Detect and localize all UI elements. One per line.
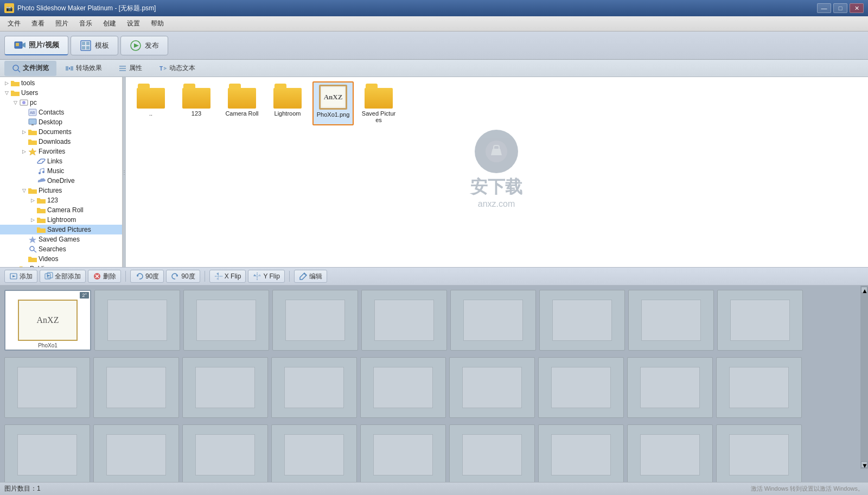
subtab-file-browse[interactable]: 文件浏览	[4, 61, 56, 76]
slide-r2-9[interactable]	[716, 357, 802, 418]
tree-item-favorites[interactable]: ▷ Favorites	[0, 147, 122, 156]
file-item-phoxo1[interactable]: AnXZ PhoXo1.png	[312, 81, 354, 125]
subtab-dynamic-text-label: 动态文本	[169, 64, 195, 73]
menu-photo[interactable]: 照片	[50, 17, 74, 30]
tree-expand-pc[interactable]: ▽	[11, 98, 20, 107]
slide-r3-3[interactable]	[182, 424, 268, 482]
slide-r3-7[interactable]	[538, 424, 624, 482]
tree-item-desktop[interactable]: Desktop	[0, 117, 122, 127]
tree-expand-onedrive	[28, 176, 37, 185]
rotate-ccw-label: 90度	[145, 272, 159, 281]
tree-expand-users[interactable]: ▽	[2, 88, 11, 97]
tree-item-camera-roll[interactable]: Camera Roll	[0, 205, 122, 215]
menu-view[interactable]: 查看	[26, 17, 50, 30]
svg-point-28	[30, 246, 34, 251]
scrollbar-down-arrow[interactable]: ▼	[861, 461, 867, 468]
slide-r3-1[interactable]	[4, 424, 90, 482]
slide-r2-7[interactable]	[538, 357, 624, 418]
tree-expand-tools[interactable]: ▷	[2, 79, 11, 87]
rotate-cw-button[interactable]: 90度	[166, 270, 200, 283]
slide-r3-4[interactable]	[271, 424, 357, 482]
flip-x-button[interactable]: X Flip	[209, 270, 246, 283]
slide-3[interactable]	[183, 290, 269, 351]
slide-r2-5[interactable]	[360, 357, 446, 418]
edit-button[interactable]: 编辑	[294, 270, 327, 283]
rotate-ccw-button[interactable]: 90度	[130, 270, 164, 283]
flip-y-button[interactable]: Y Flip	[248, 270, 284, 283]
slide-7[interactable]	[539, 290, 625, 351]
close-button[interactable]: ✕	[850, 3, 864, 13]
menu-create[interactable]: 创建	[98, 17, 122, 30]
tree-item-users[interactable]: ▽ Users	[0, 88, 122, 98]
tree-item-documents[interactable]: ▷ Documents	[0, 127, 122, 137]
slide-6[interactable]	[450, 290, 536, 351]
scrollbar-up-arrow[interactable]: ▲	[861, 287, 867, 293]
tree-expand-favorites[interactable]: ▷	[20, 147, 28, 156]
slide-r2-8[interactable]	[627, 357, 713, 418]
file-tree[interactable]: ▷ tools ▽ Users ▽	[0, 77, 123, 267]
slide-r2-1[interactable]	[4, 357, 90, 418]
slide-2[interactable]	[94, 290, 180, 351]
tab-publish[interactable]: 发布	[120, 36, 168, 55]
file-browser[interactable]: .. 123 Camera Roll	[126, 77, 868, 267]
tree-item-saved-pictures[interactable]: Saved Pictures	[0, 225, 122, 234]
slide-r3-9[interactable]	[716, 424, 802, 482]
slide-r3-6[interactable]	[449, 424, 535, 482]
tree-item-onedrive[interactable]: OneDrive	[0, 176, 122, 186]
slide-r2-4[interactable]	[271, 357, 357, 418]
file-item-lightroom-browser[interactable]: Lightroom	[267, 81, 308, 125]
file-item-saved-pictures-browser[interactable]: Saved Pictures	[358, 81, 399, 125]
slide-8[interactable]	[628, 290, 714, 351]
slide-r2-6[interactable]	[449, 357, 535, 418]
tree-expand-pictures[interactable]: ▽	[20, 186, 28, 195]
tree-item-pictures[interactable]: ▽ Pictures	[0, 186, 122, 195]
tree-expand-videos	[20, 255, 28, 263]
subtab-transition[interactable]: 转场效果	[58, 61, 110, 76]
tree-label-camera-roll: Camera Roll	[47, 206, 84, 214]
add-all-button[interactable]: 全部添加	[40, 270, 86, 283]
tree-item-public[interactable]: Public	[0, 264, 122, 267]
slide-r3-5[interactable]	[360, 424, 446, 482]
tree-item-123[interactable]: ▷ 123	[0, 195, 122, 205]
tree-item-contacts[interactable]: AB Contacts	[0, 107, 122, 117]
tree-expand-documents[interactable]: ▷	[20, 128, 28, 136]
tab-photo-video[interactable]: 照片/视频	[4, 36, 68, 55]
file-item-123[interactable]: 123	[176, 81, 217, 125]
tree-item-saved-games[interactable]: Saved Games	[0, 234, 122, 244]
tree-item-videos[interactable]: Videos	[0, 254, 122, 264]
tree-expand-lightroom[interactable]: ▷	[28, 215, 37, 224]
delete-button[interactable]: 删除	[88, 270, 121, 283]
slide-4[interactable]	[272, 290, 358, 351]
slide-1-active[interactable]: 2° AnXZ PhoXo1	[4, 290, 91, 351]
slide-r2-3[interactable]	[182, 357, 268, 418]
subtab-properties[interactable]: 属性	[111, 61, 150, 76]
menu-file[interactable]: 文件	[2, 17, 26, 30]
tree-item-links[interactable]: Links	[0, 156, 122, 166]
tree-item-tools[interactable]: ▷ tools	[0, 78, 122, 88]
slide-r2-2[interactable]	[93, 357, 179, 418]
tree-item-pc[interactable]: ▽ pc	[0, 98, 122, 107]
slide-5[interactable]	[361, 290, 447, 351]
slides-container[interactable]: 2° AnXZ PhoXo1	[0, 285, 868, 482]
tree-item-searches[interactable]: Searches	[0, 244, 122, 254]
tree-expand-123[interactable]: ▷	[28, 196, 37, 205]
tab-template[interactable]: 模板	[71, 36, 118, 55]
menu-help[interactable]: 帮助	[145, 17, 169, 30]
tree-item-music[interactable]: Music	[0, 166, 122, 176]
minimize-button[interactable]: —	[817, 3, 831, 13]
slideshow-scrollbar[interactable]: ▲ ▼	[860, 285, 868, 469]
menu-settings[interactable]: 设置	[122, 17, 145, 30]
maximize-button[interactable]: □	[833, 3, 847, 13]
tree-label-pc: pc	[30, 99, 37, 106]
slide-r3-8[interactable]	[627, 424, 713, 482]
file-item-parent[interactable]: ..	[130, 81, 171, 125]
menu-music[interactable]: 音乐	[74, 17, 98, 30]
svg-marker-48	[216, 277, 219, 280]
add-button[interactable]: 添加	[4, 270, 37, 283]
tree-item-lightroom[interactable]: ▷ Lightroom	[0, 215, 122, 225]
tree-item-downloads[interactable]: Downloads	[0, 137, 122, 147]
slide-9[interactable]	[717, 290, 803, 351]
slide-r3-2[interactable]	[93, 424, 179, 482]
subtab-dynamic-text[interactable]: T 动态文本	[151, 61, 203, 76]
file-item-camera-roll-browser[interactable]: Camera Roll	[221, 81, 263, 125]
